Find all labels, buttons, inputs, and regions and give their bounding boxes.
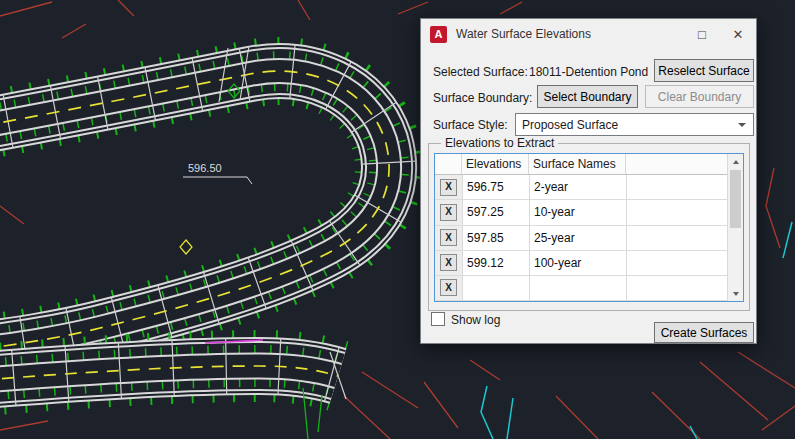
window-titlebar[interactable]: A Water Surface Elevations □ ✕: [421, 19, 756, 49]
point-marker-diamond-yellow: [180, 240, 192, 254]
scroll-down-button[interactable]: [728, 286, 743, 301]
table-row: X 597.25 10-year: [435, 200, 727, 225]
row-filler-cell: [627, 200, 727, 224]
surface-style-label: Surface Style:: [433, 118, 508, 132]
elevations-table: Elevations Surface Names X 596.75 2-year…: [434, 153, 744, 302]
table-row: X: [435, 276, 727, 301]
row-filler-cell: [627, 276, 727, 300]
selected-surface-value: 18011-Detention Pond: [529, 65, 648, 79]
surface-name-cell[interactable]: 2-year: [530, 175, 627, 199]
road-corridor-loop: [0, 71, 389, 352]
show-log-checkbox[interactable]: [431, 312, 445, 326]
column-header-filler: [626, 154, 727, 174]
close-button[interactable]: ✕: [720, 19, 756, 49]
maximize-button[interactable]: □: [684, 19, 720, 49]
selected-surface-label: Selected Surface:: [433, 65, 528, 79]
column-header-elevations[interactable]: Elevations: [462, 154, 529, 174]
delete-row-button[interactable]: X: [440, 279, 457, 296]
maximize-icon: □: [698, 27, 706, 42]
column-header-blank: [435, 154, 462, 174]
elevations-to-extract-group: Elevations to Extract Elevations Surface…: [428, 143, 750, 311]
table-header-row: Elevations Surface Names: [435, 154, 727, 175]
window-controls: □ ✕: [684, 19, 756, 49]
table-row: X 597.85 25-year: [435, 226, 727, 251]
delete-row-button[interactable]: X: [440, 179, 457, 196]
surface-name-cell[interactable]: 25-year: [530, 226, 627, 250]
triangle-up-icon: [733, 160, 739, 164]
surface-name-cell[interactable]: 10-year: [530, 200, 627, 224]
table-scrollbar[interactable]: [727, 154, 743, 301]
surface-style-value: Proposed Surface: [522, 118, 618, 132]
elevation-cell[interactable]: 597.85: [463, 226, 530, 250]
surface-name-cell[interactable]: 100-year: [530, 251, 627, 275]
surface-boundary-label: Surface Boundary:: [433, 91, 532, 105]
road-corridor-bottom: [0, 366, 338, 382]
elevation-cell[interactable]: [463, 276, 530, 300]
group-title: Elevations to Extract: [441, 136, 558, 150]
surface-name-cell[interactable]: [530, 276, 627, 300]
chevron-down-icon: [738, 123, 746, 127]
row-filler-cell: [627, 251, 727, 275]
show-log-label: Show log: [451, 313, 500, 327]
table-row: X 599.12 100-year: [435, 251, 727, 276]
app-icon-letter: A: [435, 28, 443, 40]
app-icon: A: [430, 26, 447, 43]
surface-style-select[interactable]: Proposed Surface: [515, 113, 754, 136]
window-title: Water Surface Elevations: [456, 27, 591, 41]
row-filler-cell: [627, 175, 727, 199]
delete-row-button[interactable]: X: [440, 229, 457, 246]
scroll-up-button[interactable]: [728, 154, 743, 169]
triangle-down-icon: [733, 292, 739, 296]
elevation-cell[interactable]: 597.25: [463, 200, 530, 224]
table-row: X 596.75 2-year: [435, 175, 727, 200]
elevation-cell[interactable]: 599.12: [463, 251, 530, 275]
elevation-cell[interactable]: 596.75: [463, 175, 530, 199]
spot-elevation-label: 596.50: [183, 162, 252, 184]
label-leader-line: [183, 177, 252, 184]
create-surfaces-button[interactable]: Create Surfaces: [654, 322, 754, 343]
delete-row-button[interactable]: X: [440, 254, 457, 271]
elevation-label-text: 596.50: [188, 162, 222, 174]
select-boundary-button[interactable]: Select Boundary: [537, 85, 638, 108]
row-filler-cell: [627, 226, 727, 250]
column-header-surface-names[interactable]: Surface Names: [529, 154, 626, 174]
close-icon: ✕: [733, 27, 744, 42]
reselect-surface-button[interactable]: Reselect Surface: [654, 59, 754, 82]
clear-boundary-button[interactable]: Clear Boundary: [645, 85, 754, 108]
elevations-table-body: Elevations Surface Names X 596.75 2-year…: [435, 154, 727, 301]
water-surface-elevations-dialog: A Water Surface Elevations □ ✕ Selected …: [420, 18, 757, 344]
delete-row-button[interactable]: X: [440, 204, 457, 221]
scrollbar-thumb[interactable]: [730, 170, 741, 228]
